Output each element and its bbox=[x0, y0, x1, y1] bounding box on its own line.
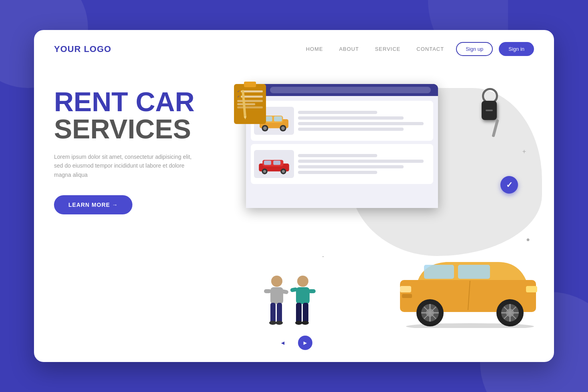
clip-line-3 bbox=[237, 106, 263, 108]
nav-about[interactable]: ABOUT bbox=[339, 46, 359, 52]
svg-rect-50 bbox=[296, 303, 302, 323]
main-content: RENT CAR SERVICES Lorem ipsum dolor sit … bbox=[34, 68, 554, 360]
circle-deco-2: ● bbox=[526, 236, 530, 243]
checklist-row-2: ✓ bbox=[237, 95, 263, 98]
svg-point-46 bbox=[297, 276, 308, 287]
logo: YOUR LOGO bbox=[54, 44, 111, 54]
car-svg-2 bbox=[256, 153, 292, 175]
main-card: YOUR LOGO HOME ABOUT SERVICE CONTACT Sig… bbox=[34, 30, 554, 362]
svg-point-7 bbox=[281, 126, 285, 130]
svg-point-38 bbox=[271, 276, 282, 287]
clip-line-1 bbox=[237, 100, 263, 102]
check-icon-2: ✓ bbox=[237, 95, 240, 98]
clipboard-board: ✓ ✓ bbox=[234, 84, 266, 124]
svg-rect-18 bbox=[458, 265, 490, 279]
clipboard: ✓ ✓ bbox=[234, 84, 266, 128]
hero-description: Lorem ipsum dolor sit amet, consectetur … bbox=[54, 152, 198, 179]
car-image-2 bbox=[254, 150, 294, 178]
listing-line bbox=[298, 154, 377, 157]
nav-contact[interactable]: CONTACT bbox=[416, 46, 444, 52]
nav: HOME ABOUT SERVICE CONTACT bbox=[306, 46, 444, 52]
svg-rect-40 bbox=[264, 289, 271, 293]
svg-rect-21 bbox=[402, 294, 412, 298]
next-button[interactable]: ► bbox=[298, 336, 312, 350]
browser-content bbox=[246, 96, 438, 208]
listing-line bbox=[298, 128, 404, 131]
car-keys bbox=[478, 88, 510, 136]
left-content: RENT CAR SERVICES Lorem ipsum dolor sit … bbox=[54, 76, 222, 214]
main-orange-car bbox=[394, 248, 546, 328]
person-2-svg bbox=[290, 274, 316, 326]
svg-point-52 bbox=[295, 321, 302, 325]
signup-button[interactable]: Sign up bbox=[456, 42, 493, 56]
check-icon-1: ✓ bbox=[237, 90, 240, 93]
listing-line bbox=[298, 116, 404, 120]
svg-rect-49 bbox=[308, 289, 316, 293]
header-buttons: Sign up Sign in bbox=[456, 42, 534, 56]
svg-rect-39 bbox=[270, 287, 283, 304]
svg-rect-10 bbox=[264, 160, 271, 165]
plus-icon-2: + bbox=[522, 148, 526, 155]
svg-point-53 bbox=[302, 321, 309, 325]
orange-car-svg bbox=[394, 248, 546, 328]
prev-button[interactable]: ◄ bbox=[276, 336, 290, 350]
svg-rect-3 bbox=[274, 116, 282, 121]
right-illustration: + ○ - + ● - - ✓ ✓ bbox=[222, 76, 534, 360]
svg-rect-42 bbox=[270, 303, 276, 323]
car-listing-info-2 bbox=[298, 154, 430, 174]
signin-button[interactable]: Sign in bbox=[499, 42, 534, 56]
url-bar bbox=[270, 87, 431, 93]
hero-title: RENT CAR SERVICES bbox=[54, 88, 222, 142]
car-listing-2 bbox=[251, 144, 433, 184]
header: YOUR LOGO HOME ABOUT SERVICE CONTACT Sig… bbox=[34, 30, 554, 68]
browser-toolbar bbox=[246, 84, 438, 96]
svg-point-13 bbox=[263, 170, 266, 172]
laptop-screen bbox=[246, 84, 446, 220]
svg-point-44 bbox=[269, 321, 276, 325]
listing-line bbox=[298, 171, 377, 174]
car-listing-info-1 bbox=[298, 111, 430, 131]
car-listing-1 bbox=[251, 101, 433, 141]
laptop-display bbox=[246, 84, 438, 208]
svg-point-15 bbox=[282, 170, 285, 172]
nav-service[interactable]: SERVICE bbox=[375, 46, 400, 52]
svg-rect-17 bbox=[424, 265, 454, 279]
listing-line bbox=[298, 111, 377, 114]
svg-rect-11 bbox=[273, 160, 280, 165]
checklist-row-1: ✓ bbox=[237, 90, 263, 93]
person-1-svg bbox=[264, 274, 290, 326]
check-badge bbox=[500, 176, 518, 194]
svg-rect-43 bbox=[277, 303, 282, 323]
key-fob-button bbox=[486, 110, 493, 111]
clip-line-2 bbox=[237, 103, 255, 105]
listing-line bbox=[298, 165, 404, 168]
key-shaft bbox=[492, 119, 499, 137]
svg-rect-51 bbox=[303, 303, 308, 323]
svg-rect-19 bbox=[400, 286, 411, 292]
listing-line bbox=[298, 122, 424, 125]
svg-point-45 bbox=[276, 321, 283, 325]
learn-more-button[interactable]: LEARN MORE → bbox=[54, 195, 132, 214]
clipboard-clip bbox=[244, 82, 256, 87]
hero-title-rent: RENT CAR bbox=[54, 88, 222, 115]
key-fob bbox=[482, 101, 497, 120]
svg-rect-20 bbox=[526, 286, 537, 292]
svg-rect-47 bbox=[296, 287, 310, 304]
listing-line bbox=[298, 160, 424, 163]
nav-home[interactable]: HOME bbox=[306, 46, 323, 52]
people-group bbox=[264, 274, 316, 326]
pagination: ◄ ► bbox=[276, 336, 312, 350]
minus-icon-3: - bbox=[322, 253, 324, 260]
hero-title-services: SERVICES bbox=[54, 115, 222, 142]
